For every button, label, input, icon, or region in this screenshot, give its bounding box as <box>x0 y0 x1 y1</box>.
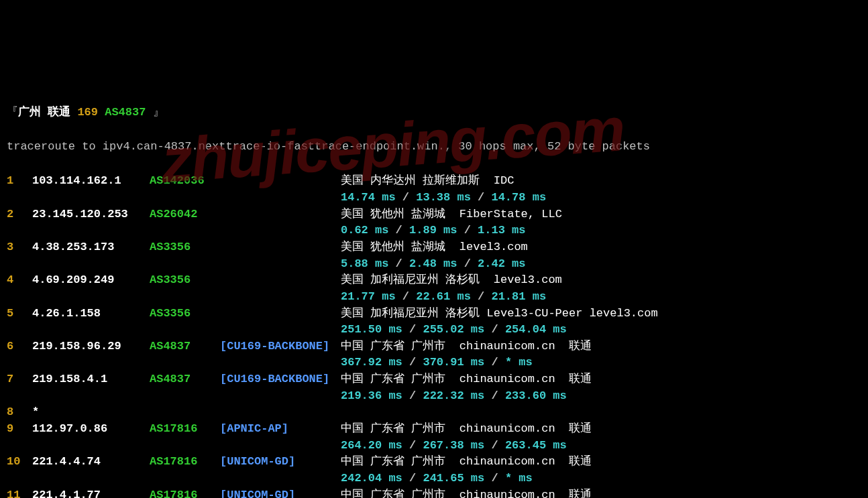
hop-latency-row: 367.92 ms / 370.91 ms / * ms <box>7 355 861 371</box>
hop-row: 6219.158.96.29AS4837[CU169-BACKBONE]中国 广… <box>7 338 861 355</box>
latency-separator: / <box>484 439 505 452</box>
latency-separator: / <box>457 224 478 237</box>
latency-separator: / <box>402 323 423 336</box>
hop-number: 9 <box>7 421 32 438</box>
hop-row: 11221.4.1.77AS17816[UNICOM-GD]中国 广东省 广州市… <box>7 487 861 498</box>
hop-number: 2 <box>7 206 32 223</box>
hop-row: 223.145.120.253AS26042美国 犹他州 盐湖城 FiberSt… <box>7 206 861 223</box>
hop-details: 中国 广东省 广州市 chinaunicom.cn 联通 <box>341 421 592 438</box>
latency-value: 14.78 ms <box>491 191 546 204</box>
latency-separator: / <box>402 472 423 485</box>
hop-location: 美国 犹他州 盐湖城 level3.com <box>341 241 528 253</box>
hop-latency-row: 5.88 ms / 2.48 ms / 2.42 ms <box>7 256 861 273</box>
hop-latency-row: 242.04 ms / 241.65 ms / * ms <box>7 471 861 487</box>
hop-details: 美国 犹他州 盐湖城 level3.com <box>341 239 528 256</box>
hop-number: 3 <box>7 239 32 256</box>
hop-details: 美国 内华达州 拉斯维加斯 IDC <box>341 173 514 190</box>
hop-latency-row: 251.50 ms / 255.02 ms / 254.04 ms <box>7 322 861 338</box>
latency-value: 1.13 ms <box>478 224 525 237</box>
hop-latency: 242.04 ms / 241.65 ms / * ms <box>341 471 533 485</box>
latency-value: 222.32 ms <box>423 389 484 402</box>
header-location: 广州 <box>18 106 41 119</box>
hop-ip: 103.114.162.1 <box>32 173 150 190</box>
latency-value: 2.42 ms <box>478 257 525 270</box>
latency-value: 241.65 ms <box>423 472 484 485</box>
hop-row: 1103.114.162.1AS142036美国 内华达州 拉斯维加斯 IDC <box>7 173 861 190</box>
hop-latency-row: 0.62 ms / 1.89 ms / 1.13 ms <box>7 223 861 239</box>
latency-value: 367.92 ms <box>341 356 402 369</box>
hop-details: 中国 广东省 广州市 chinaunicom.cn 联通 <box>341 371 592 388</box>
hop-latency: 5.88 ms / 2.48 ms / 2.42 ms <box>341 256 525 270</box>
hop-ip: 4.26.1.158 <box>32 306 150 322</box>
latency-separator: / <box>471 290 492 303</box>
hop-details: 美国 加利福尼亚州 洛杉矶 level3.com <box>341 272 562 289</box>
header-isp: 联通 <box>48 106 70 119</box>
hop-latency-row: 264.20 ms / 267.38 ms / 263.45 ms <box>7 438 861 454</box>
latency-value: 22.61 ms <box>416 290 471 303</box>
hop-location: 美国 加利福尼亚州 洛杉矶 Level3-CU-Peer level3.com <box>341 307 658 320</box>
latency-value: 255.02 ms <box>423 323 484 336</box>
latency-separator: / <box>396 290 417 303</box>
latency-value: 263.45 ms <box>505 439 567 452</box>
hop-as: AS17816 <box>150 487 220 498</box>
hop-row: 9112.97.0.86AS17816[APNIC-AP]中国 广东省 广州市 … <box>7 421 861 438</box>
latency-separator: / <box>402 356 423 369</box>
hop-details: 美国 加利福尼亚州 洛杉矶 Level3-CU-Peer level3.com <box>341 306 658 322</box>
hop-ip: 219.158.4.1 <box>32 371 150 388</box>
hop-latency-row: 21.77 ms / 22.61 ms / 21.81 ms <box>7 289 861 306</box>
hop-details: 中国 广东省 广州市 chinaunicom.cn 联通 <box>341 454 592 471</box>
hop-number: 10 <box>7 454 32 471</box>
hop-as: AS26042 <box>150 206 220 223</box>
latency-value: 13.38 ms <box>416 191 471 204</box>
header-route-num: 169 <box>77 106 98 119</box>
hop-number: 4 <box>7 272 32 289</box>
hop-latency: 251.50 ms / 255.02 ms / 254.04 ms <box>341 322 567 336</box>
hop-tag: [UNICOM-GD] <box>220 487 341 498</box>
hop-as: AS17816 <box>150 454 220 471</box>
hop-ip: 4.38.253.173 <box>32 239 150 256</box>
latency-value: 233.60 ms <box>505 389 567 402</box>
latency-value: * ms <box>505 472 533 485</box>
latency-value: 21.77 ms <box>341 290 396 303</box>
hop-details: 美国 犹他州 盐湖城 FiberState, LLC <box>341 206 562 223</box>
hop-as: AS3356 <box>150 306 220 322</box>
hop-latency: 367.92 ms / 370.91 ms / * ms <box>341 355 533 369</box>
hop-row: 10221.4.4.74AS17816[UNICOM-GD]中国 广东省 广州市… <box>7 454 861 471</box>
hop-location: 中国 广东省 广州市 chinaunicom.cn 联通 <box>341 340 592 353</box>
hop-tag: [CU169-BACKBONE] <box>220 371 341 388</box>
latency-value: 14.74 ms <box>341 191 396 204</box>
traceroute-command-line: traceroute to ipv4.can-4837.nexttrace-io… <box>7 139 861 155</box>
latency-separator: / <box>396 191 417 204</box>
hop-location: 中国 广东省 广州市 chinaunicom.cn 联通 <box>341 373 592 385</box>
hop-ip: * <box>32 404 150 421</box>
hop-latency: 264.20 ms / 267.38 ms / 263.45 ms <box>341 438 567 452</box>
latency-value: 251.50 ms <box>341 323 402 336</box>
hops-container: 1103.114.162.1AS142036美国 内华达州 拉斯维加斯 IDC1… <box>7 173 861 498</box>
hop-tag: [APNIC-AP] <box>220 421 341 438</box>
hop-row: 34.38.253.173AS3356美国 犹他州 盐湖城 level3.com <box>7 239 861 256</box>
hop-details: 中国 广东省 广州市 chinaunicom.cn 联通 <box>341 487 592 498</box>
latency-separator: / <box>484 389 505 402</box>
hop-tag: [CU169-BACKBONE] <box>220 338 341 355</box>
hop-number: 5 <box>7 306 32 322</box>
hop-number: 11 <box>7 487 32 498</box>
hop-latency: 21.77 ms / 22.61 ms / 21.81 ms <box>341 289 546 303</box>
latency-value: 1.89 ms <box>409 224 457 237</box>
hop-as: AS4837 <box>150 338 220 355</box>
hop-ip: 23.145.120.253 <box>32 206 150 223</box>
latency-value: 5.88 ms <box>341 257 388 270</box>
latency-separator: / <box>484 472 505 485</box>
hop-ip: 219.158.96.29 <box>32 338 150 355</box>
latency-separator: / <box>388 224 409 237</box>
latency-value: 370.91 ms <box>423 356 484 369</box>
latency-value: 219.36 ms <box>341 389 402 402</box>
hop-location: 中国 广东省 广州市 chinaunicom.cn 联通 <box>341 489 592 498</box>
latency-separator: / <box>402 439 423 452</box>
hop-latency-row: 219.36 ms / 222.32 ms / 233.60 ms <box>7 388 861 405</box>
hop-ip: 4.69.209.249 <box>32 272 150 289</box>
hop-latency: 0.62 ms / 1.89 ms / 1.13 ms <box>341 223 525 237</box>
hop-row: 8* <box>7 404 861 421</box>
hop-location: 美国 加利福尼亚州 洛杉矶 level3.com <box>341 273 562 286</box>
hop-latency: 219.36 ms / 222.32 ms / 233.60 ms <box>341 388 567 402</box>
hop-ip: 221.4.4.74 <box>32 454 150 471</box>
